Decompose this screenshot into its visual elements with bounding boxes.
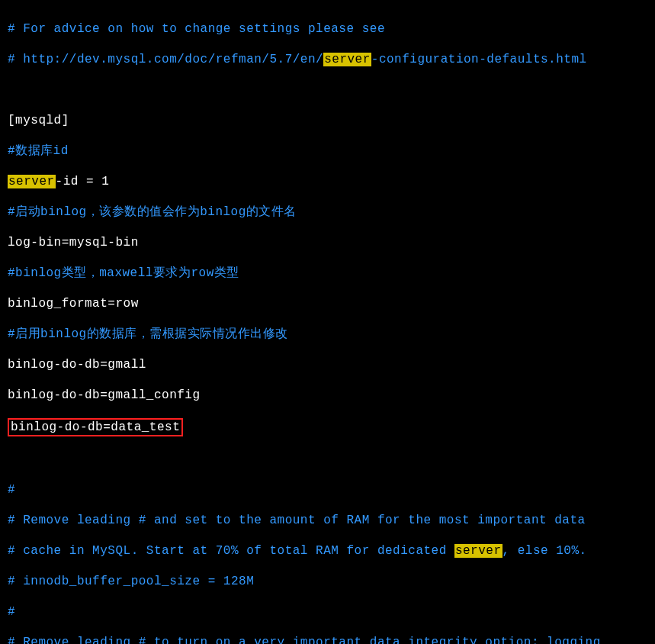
comment-text: # [8, 483, 15, 497]
comment-text: # innodb_buffer_pool_size = 128M [8, 575, 254, 588]
highlight-server: server [323, 53, 371, 66]
code-line: # http://dev.mysql.com/doc/refman/5.7/en… [8, 52, 647, 67]
highlight-server: server [8, 175, 56, 188]
comment-text: # cache in MySQL. Start at 70% of total … [8, 544, 454, 558]
code-line: binlog_format=row [8, 296, 647, 311]
section-header: [mysqld] [8, 114, 69, 127]
comment-text: # For advice on how to change settings p… [8, 22, 385, 36]
code-line: #数据库id [8, 143, 647, 159]
comment-text: , else 10%. [502, 544, 587, 558]
code-line: binlog-do-db=gmall [8, 357, 647, 372]
comment-text: #启动binlog，该参数的值会作为binlog的文件名 [8, 205, 297, 219]
code-line: [mysqld] [8, 113, 647, 128]
comment-text: # Remove leading # and set to the amount… [8, 514, 586, 527]
config-value: -id = 1 [56, 175, 110, 188]
comment-text: -configuration-defaults.html [371, 53, 587, 66]
highlight-box: binlog-do-db=data_test [8, 418, 183, 436]
code-line: #binlog类型，maxwell要求为row类型 [8, 266, 647, 281]
config-value: binlog-do-db=data_test [11, 420, 180, 434]
code-line: # [8, 482, 647, 497]
config-value: binlog-do-db=gmall_config [8, 388, 201, 402]
comment-text: #binlog类型，maxwell要求为row类型 [8, 266, 239, 280]
config-value: log-bin=mysql-bin [8, 236, 139, 250]
code-line: #启用binlog的数据库，需根据实际情况作出修改 [8, 327, 647, 342]
code-line: #启动binlog，该参数的值会作为binlog的文件名 [8, 204, 647, 220]
code-line: log-bin=mysql-bin [8, 235, 647, 250]
code-line: # cache in MySQL. Start at 70% of total … [8, 543, 647, 559]
config-value: binlog-do-db=gmall [8, 358, 146, 372]
comment-text: # http://dev.mysql.com/doc/refman/5.7/en… [8, 53, 323, 66]
code-line: # innodb_buffer_pool_size = 128M [8, 574, 647, 589]
code-line: server-id = 1 [8, 174, 647, 189]
code-line: binlog-do-db=data_test [8, 418, 647, 436]
terminal-config-view: # For advice on how to change settings p… [0, 0, 655, 644]
code-line: binlog-do-db=gmall_config [8, 388, 647, 403]
comment-text: # Remove leading # to turn on a very imp… [8, 636, 601, 644]
comment-text: #数据库id [8, 144, 69, 158]
highlight-server: server [454, 544, 502, 558]
comment-text: #启用binlog的数据库，需根据实际情况作出修改 [8, 327, 288, 341]
config-value: binlog_format=row [8, 297, 139, 311]
blank-line [8, 82, 647, 98]
comment-text: # [8, 605, 15, 619]
code-line: # [8, 604, 647, 620]
code-line: # Remove leading # and set to the amount… [8, 513, 647, 528]
code-line: # Remove leading # to turn on a very imp… [8, 635, 647, 644]
code-line: # For advice on how to change settings p… [8, 21, 647, 37]
blank-line [8, 452, 647, 467]
